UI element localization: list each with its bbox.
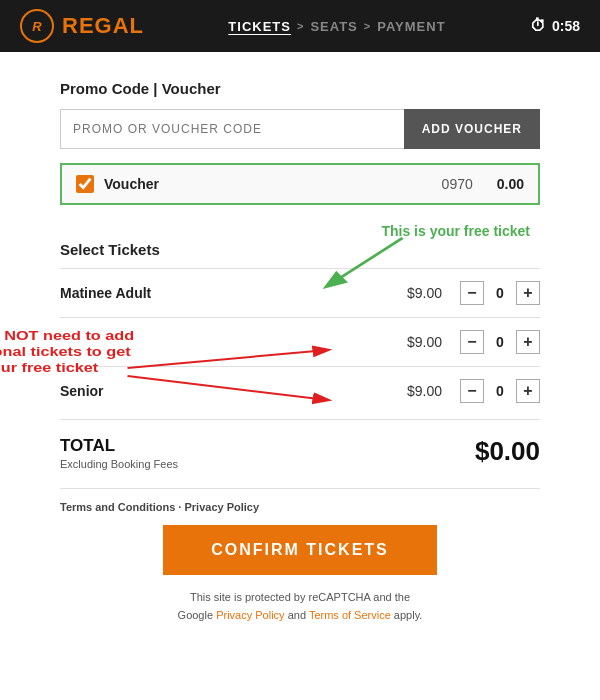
qty-control-1: − 0 + <box>460 330 540 354</box>
free-ticket-note: This is your free ticket <box>60 223 540 239</box>
total-label: TOTAL <box>60 436 178 456</box>
nav-sep-1: > <box>297 20 304 32</box>
qty-control-0: − 0 + <box>460 281 540 305</box>
logo-area: R REGAL <box>20 9 144 43</box>
voucher-checkbox[interactable] <box>76 175 94 193</box>
annotation-container: This is your free ticket Select Tickets … <box>60 223 540 415</box>
nav-step-tickets[interactable]: TICKETS <box>228 19 291 34</box>
timer-value: 0:58 <box>552 18 580 34</box>
total-amount: $0.00 <box>475 436 540 467</box>
qty-plus-2[interactable]: + <box>516 379 540 403</box>
qty-minus-0[interactable]: − <box>460 281 484 305</box>
promo-input[interactable] <box>60 109 404 149</box>
voucher-price: 0.00 <box>497 176 524 192</box>
voucher-row: Voucher 0970 0.00 <box>60 163 540 205</box>
timer-icon: ⏱ <box>530 17 546 35</box>
qty-plus-1[interactable]: + <box>516 330 540 354</box>
ticket-price-2: $9.00 <box>394 383 442 399</box>
qty-value-2: 0 <box>488 383 512 399</box>
table-row: $9.00 − 0 + <box>60 317 540 366</box>
promo-section-title: Promo Code | Voucher <box>60 80 540 97</box>
tickets-block: Matinee Adult $9.00 − 0 + $9.00 − 0 + <box>60 268 540 415</box>
total-section: TOTAL Excluding Booking Fees $0.00 <box>60 419 540 470</box>
voucher-code: 0970 <box>442 176 473 192</box>
qty-control-2: − 0 + <box>460 379 540 403</box>
header: R REGAL TICKETS > SEATS > PAYMENT ⏱ 0:58 <box>0 0 600 52</box>
recaptcha-tos-link[interactable]: Terms of Service <box>309 609 391 621</box>
recaptcha-text3: and <box>288 609 306 621</box>
confirm-tickets-button[interactable]: CONFIRM TICKETS <box>163 525 437 575</box>
main-content: Promo Code | Voucher ADD VOUCHER Voucher… <box>0 52 600 644</box>
recaptcha-text4: apply. <box>394 609 423 621</box>
logo-name: REGAL <box>62 13 144 39</box>
logo-icon: R <box>20 9 54 43</box>
terms-text: Terms and Conditions · Privacy Policy <box>60 501 259 513</box>
ticket-price-0: $9.00 <box>394 285 442 301</box>
voucher-label: Voucher <box>104 176 432 192</box>
terms-row: Terms and Conditions · Privacy Policy <box>60 488 540 525</box>
recaptcha-privacy-link[interactable]: Privacy Policy <box>216 609 284 621</box>
total-label-group: TOTAL Excluding Booking Fees <box>60 436 178 470</box>
timer-area: ⏱ 0:58 <box>530 17 580 35</box>
qty-minus-1[interactable]: − <box>460 330 484 354</box>
promo-row: ADD VOUCHER <box>60 109 540 149</box>
ticket-name-0: Matinee Adult <box>60 285 394 301</box>
table-row: Senior $9.00 − 0 + <box>60 366 540 415</box>
add-voucher-button[interactable]: ADD VOUCHER <box>404 109 540 149</box>
ticket-name-2: Senior <box>60 383 394 399</box>
recaptcha-text1: This site is protected by reCAPTCHA and … <box>190 591 410 603</box>
qty-value-0: 0 <box>488 285 512 301</box>
confirm-button-wrap: CONFIRM TICKETS <box>60 525 540 575</box>
qty-minus-2[interactable]: − <box>460 379 484 403</box>
qty-value-1: 0 <box>488 334 512 350</box>
ticket-price-1: $9.00 <box>394 334 442 350</box>
select-tickets-title: Select Tickets <box>60 241 540 258</box>
nav-step-seats[interactable]: SEATS <box>310 19 357 34</box>
recaptcha-text: This site is protected by reCAPTCHA and … <box>60 589 540 624</box>
recaptcha-text2: Google <box>178 609 213 621</box>
nav-step-payment[interactable]: PAYMENT <box>377 19 445 34</box>
nav-sep-2: > <box>364 20 371 32</box>
qty-plus-0[interactable]: + <box>516 281 540 305</box>
total-sublabel: Excluding Booking Fees <box>60 458 178 470</box>
nav-breadcrumb: TICKETS > SEATS > PAYMENT <box>228 19 445 34</box>
table-row: Matinee Adult $9.00 − 0 + <box>60 268 540 317</box>
